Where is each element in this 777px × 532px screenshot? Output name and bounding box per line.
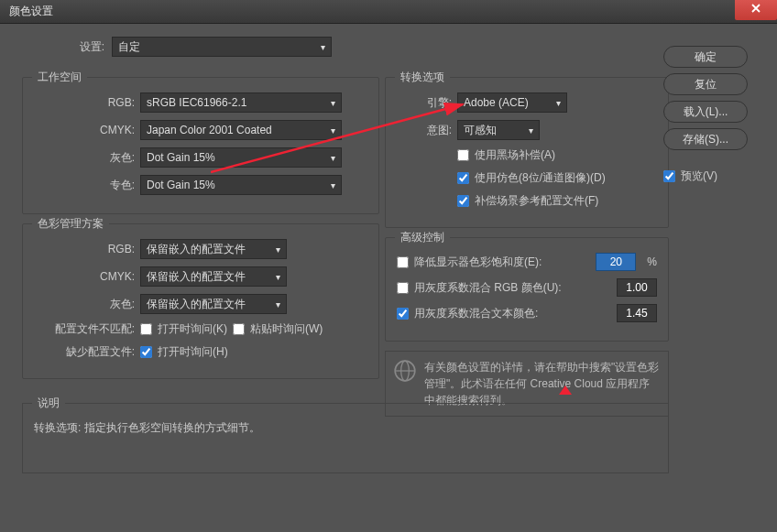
conversion-title: 转换选项 (395, 70, 450, 85)
policy-title: 色彩管理方案 (32, 216, 109, 232)
description-group: 说明 转换选项: 指定执行色彩空间转换的方式细节。 (22, 403, 669, 473)
chevron-down-icon: ▾ (276, 299, 280, 309)
chevron-down-icon: ▾ (276, 272, 280, 282)
workspace-group: 工作空间 RGB: sRGB IEC61966-2.1▾ CMYK: Japan… (22, 77, 379, 214)
chevron-down-icon: ▾ (321, 42, 325, 52)
advanced-group: 高级控制 降低显示器色彩饱和度(E): % 用灰度系数混合 RGB 颜色(U):… (385, 237, 669, 342)
chevron-down-icon: ▾ (529, 125, 533, 136)
gray-select[interactable]: Dot Gain 15%▾ (140, 147, 342, 168)
close-icon (751, 4, 761, 13)
cmyk-select[interactable]: Japan Color 2001 Coated▾ (140, 120, 342, 140)
ask-open2-checkbox[interactable]: 打开时询问(H) (140, 344, 228, 360)
chevron-down-icon: ▾ (276, 244, 280, 255)
ask-paste-checkbox[interactable]: 粘贴时询问(W) (233, 321, 323, 337)
save-button[interactable]: 存储(S)... (663, 128, 748, 150)
load-button[interactable]: 载入(L)... (663, 101, 748, 123)
conversion-group: 转换选项 引擎: Adobe (ACE)▾ 意图: 可感知▾ 使用黑场补偿(A)… (385, 77, 669, 228)
intent-select[interactable]: 可感知▾ (457, 120, 540, 140)
mismatch-label: 配置文件不匹配: (34, 321, 135, 337)
cmyk-label: CMYK: (34, 124, 135, 136)
description-title: 说明 (32, 396, 65, 411)
blend-rgb-input[interactable] (617, 278, 657, 297)
workspace-title: 工作空间 (32, 70, 87, 85)
policy-rgb-label: RGB: (34, 243, 135, 255)
blend-rgb-checkbox[interactable]: 用灰度系数混合 RGB 颜色(U): (397, 280, 562, 296)
rgb-label: RGB: (34, 96, 135, 109)
chevron-down-icon: ▾ (331, 125, 335, 136)
blend-text-input[interactable] (617, 304, 657, 322)
settings-select[interactable]: 自定▾ (112, 37, 332, 57)
description-text: 转换选项: 指定执行色彩空间转换的方式细节。 (34, 420, 657, 436)
missing-label: 缺少配置文件: (34, 344, 135, 360)
blackpoint-checkbox[interactable]: 使用黑场补偿(A) (457, 147, 555, 163)
intent-label: 意图: (397, 123, 452, 138)
spot-select[interactable]: Dot Gain 15%▾ (140, 175, 342, 195)
ok-button[interactable]: 确定 (663, 46, 748, 68)
chevron-down-icon: ▾ (331, 153, 335, 163)
policy-cmyk-select[interactable]: 保留嵌入的配置文件▾ (140, 266, 287, 287)
close-button[interactable] (735, 0, 777, 20)
engine-select[interactable]: Adobe (ACE)▾ (457, 92, 567, 113)
policy-group: 色彩管理方案 RGB: 保留嵌入的配置文件▾ CMYK: 保留嵌入的配置文件▾ … (22, 223, 379, 379)
preview-checkbox[interactable]: 预览(V) (663, 168, 717, 184)
policy-cmyk-label: CMYK: (34, 270, 135, 283)
policy-rgb-select[interactable]: 保留嵌入的配置文件▾ (140, 239, 287, 259)
policy-gray-select[interactable]: 保留嵌入的配置文件▾ (140, 294, 287, 314)
rgb-select[interactable]: sRGB IEC61966-2.1▾ (140, 92, 342, 113)
policy-gray-label: 灰色: (34, 297, 135, 312)
titlebar: 颜色设置 (0, 0, 777, 24)
compensate-checkbox[interactable]: 补偿场景参考配置文件(F) (457, 193, 598, 209)
window-title: 颜色设置 (9, 4, 53, 19)
desat-checkbox[interactable]: 降低显示器色彩饱和度(E): (397, 255, 542, 270)
chevron-down-icon: ▾ (331, 180, 335, 190)
engine-label: 引擎: (397, 95, 452, 111)
spot-label: 专色: (34, 178, 135, 193)
chevron-down-icon: ▾ (331, 98, 335, 108)
ask-open-checkbox[interactable]: 打开时询问(K) (140, 321, 227, 337)
info-text: 有关颜色设置的详情，请在帮助中搜索"设置色彩管理"。此术语在任何 Creativ… (424, 359, 661, 408)
chevron-down-icon: ▾ (556, 98, 561, 108)
globe-icon (393, 359, 417, 383)
gray-label: 灰色: (34, 150, 135, 166)
advanced-title: 高级控制 (395, 230, 450, 245)
desat-input[interactable] (596, 253, 636, 271)
reset-button[interactable]: 复位 (663, 73, 748, 95)
blend-text-checkbox[interactable]: 用灰度系数混合文本颜色: (397, 306, 538, 321)
dither-checkbox[interactable]: 使用仿色(8位/通道图像)(D) (457, 170, 606, 186)
pct-label: % (647, 255, 657, 268)
settings-label: 设置: (49, 39, 104, 55)
